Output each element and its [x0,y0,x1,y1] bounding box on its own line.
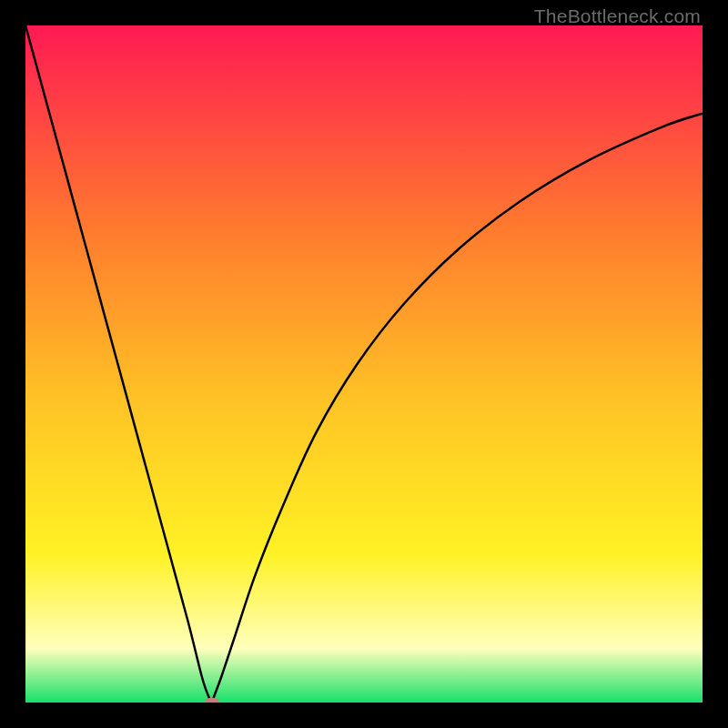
chart-stage: TheBottleneck.com [0,0,728,728]
bottleneck-curve-left [25,25,212,703]
watermark-text: TheBottleneck.com [534,5,701,27]
curve-layer [25,25,703,703]
bottleneck-curve-right [212,114,703,703]
plot-area [25,25,703,703]
optimum-marker [205,698,219,703]
